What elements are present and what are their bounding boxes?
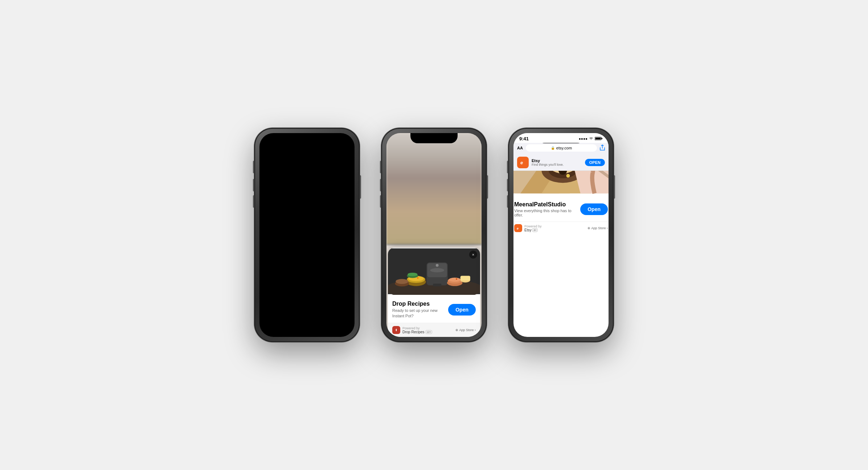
svg-rect-18 <box>460 276 470 281</box>
etsy-clip-body: MeenalPatelStudio View everything this s… <box>513 194 609 222</box>
app-store-icon: ⊕ <box>455 328 458 332</box>
phone-3: 9:41 ●●●● <box>508 128 614 342</box>
chevron-right-icon-etsy: › <box>607 226 608 230</box>
chevron-right-icon: › <box>475 328 476 332</box>
svg-text:e: e <box>520 160 523 165</box>
etsy-clip-footer: e Powered by Etsy 4+ <box>513 222 609 236</box>
phone-2: × <box>381 128 487 342</box>
smart-banner-app-name: Etsy <box>532 158 582 163</box>
phone-2-content: × <box>386 133 482 337</box>
svg-point-36 <box>567 175 569 177</box>
food-scene-svg <box>388 248 480 295</box>
drop-recipes-app-name: Drop Recipes <box>402 330 425 334</box>
svg-text:e: e <box>517 227 519 230</box>
url-text: etsy.com <box>556 146 572 150</box>
status-bar: 9:41 ●●●● <box>513 133 609 143</box>
drop-recipes-app-clip: × <box>386 248 482 337</box>
phone-3-screen: 9:41 ●●●● <box>513 133 609 337</box>
smart-banner-subtitle: Find things you'll love. <box>532 163 582 166</box>
app-store-link-etsy[interactable]: ⊕ App Store › <box>587 226 608 230</box>
etsy-art-svg <box>513 171 609 194</box>
etsy-app-icon: e <box>517 157 529 168</box>
smart-banner-open-button[interactable]: OPEN <box>585 159 605 166</box>
phone-1-wrapper <box>254 128 360 342</box>
svg-point-11 <box>396 279 408 284</box>
drop-recipes-main-row: Drop Recipes Ready to set up your new In… <box>392 301 476 318</box>
drop-recipes-text: Drop Recipes Ready to set up your new In… <box>392 301 443 318</box>
browser-url-bar[interactable]: 🔒 etsy.com <box>526 144 597 152</box>
app-store-link-drop[interactable]: ⊕ App Store › <box>455 328 476 332</box>
etsy-clip-main-row: MeenalPatelStudio View everything this s… <box>514 201 608 217</box>
svg-rect-4 <box>433 284 441 286</box>
etsy-clip-subtitle: View everything this shop has to offer. <box>514 209 580 217</box>
svg-point-19 <box>417 277 418 279</box>
phone-3-wrapper: 9:41 ●●●● <box>508 128 614 342</box>
etsy-app-clip: × <box>513 171 609 236</box>
main-scene: × <box>0 0 868 470</box>
etsy-open-button[interactable]: Open <box>580 203 608 215</box>
phone-1-notch <box>283 133 331 143</box>
share-icon[interactable] <box>600 145 605 152</box>
etsy-art-image <box>513 171 609 194</box>
smart-banner-text: Etsy Find things you'll love. <box>532 158 582 166</box>
etsy-website-content: Etsy Sign in <box>513 171 609 236</box>
svg-point-14 <box>449 278 461 282</box>
etsy-age-badge: 4+ <box>532 228 538 232</box>
phone-1-screen <box>259 133 355 337</box>
app-store-label-drop: App Store <box>459 328 474 332</box>
phone-1 <box>254 128 360 342</box>
etsy-powered-info: Powered by Etsy 4+ <box>524 224 542 232</box>
svg-point-6 <box>436 264 439 267</box>
phone-2-screen: × <box>386 133 482 337</box>
etsy-clip-text: MeenalPatelStudio View everything this s… <box>514 201 580 217</box>
status-time: 9:41 <box>519 136 529 141</box>
signal-icon: ●●●● <box>579 137 587 141</box>
drop-recipes-title: Drop Recipes <box>392 301 443 307</box>
wifi-icon <box>589 137 593 141</box>
etsy-clip-icon: e <box>514 224 522 232</box>
phone-2-notch <box>410 133 458 143</box>
etsy-app-name-label: Etsy <box>524 228 531 232</box>
drop-recipes-content: Drop Recipes Ready to set up your new In… <box>388 295 480 323</box>
age-badge: 12+ <box>425 330 433 334</box>
etsy-powered-by: e Powered by Etsy 4+ <box>514 224 542 232</box>
powered-by-label: Powered by <box>402 326 432 330</box>
etsy-powered-by-label: Powered by <box>524 224 542 228</box>
kitchen-background <box>386 133 482 245</box>
drop-recipes-subtitle: Ready to set up your new Instant Pot? <box>392 308 443 318</box>
browser-chrome: AA 🔒 etsy.com <box>513 143 609 154</box>
app-store-label-etsy: App Store <box>591 226 606 230</box>
drop-recipes-footer: Powered by Drop Recipes 12+ ⊕ <box>388 323 480 337</box>
etsy-clip-title: MeenalPatelStudio <box>514 201 580 208</box>
drop-recipes-powered-info: Powered by Drop Recipes 12+ <box>402 326 432 334</box>
svg-point-20 <box>456 279 457 280</box>
drop-recipes-powered-by: Powered by Drop Recipes 12+ <box>392 326 432 334</box>
drop-recipes-open-button[interactable]: Open <box>448 304 476 316</box>
svg-point-5 <box>430 268 444 273</box>
status-icons: ●●●● <box>579 136 603 141</box>
browser-aa-row: AA 🔒 etsy.com <box>517 144 605 152</box>
svg-rect-24 <box>595 137 601 139</box>
lock-icon: 🔒 <box>551 146 555 150</box>
svg-rect-23 <box>602 138 603 139</box>
smart-banner: e Etsy Find things you'll love. OPEN <box>513 154 609 171</box>
drop-recipes-icon <box>392 326 400 334</box>
food-image <box>388 248 480 295</box>
browser-aa-label[interactable]: AA <box>517 146 523 150</box>
phone-2-wrapper: × <box>381 128 487 342</box>
battery-icon <box>595 136 603 141</box>
app-store-icon-etsy: ⊕ <box>587 226 590 230</box>
svg-point-16 <box>408 273 417 276</box>
